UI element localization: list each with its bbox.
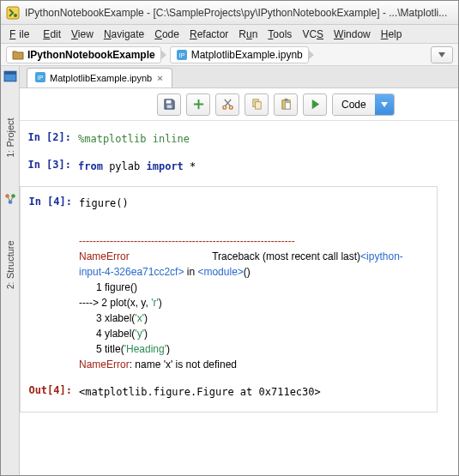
save-button[interactable] [157, 93, 181, 116]
svg-point-1 [14, 14, 17, 17]
breadcrumb-project[interactable]: IPythonNotebookExample [6, 46, 161, 63]
folder-icon [12, 49, 24, 61]
cell-type-selector[interactable]: Code [332, 93, 395, 116]
cell-prompt: In [2]: [20, 131, 78, 147]
cell-prompt: In [3]: [20, 159, 78, 174]
structure-tool-icon[interactable] [3, 192, 17, 206]
cut-button[interactable] [215, 93, 239, 116]
window-title: IPythonNotebookExample - [C:\SampleProje… [25, 7, 453, 19]
add-cell-button[interactable] [186, 93, 210, 116]
editor-tab-label: MatplotlibExample.ipynb [50, 73, 152, 83]
cell-code[interactable]: %matplotlib inline [78, 131, 448, 147]
editor-tab-row: IP MatplotlibExample.ipynb × [20, 66, 458, 88]
svg-rect-16 [255, 102, 261, 109]
svg-point-14 [229, 105, 233, 109]
menu-tools[interactable]: Tools [264, 27, 295, 42]
copy-icon [251, 98, 263, 111]
editor-tab[interactable]: IP MatplotlibExample.ipynb × [27, 68, 172, 87]
play-icon [309, 98, 322, 111]
menu-refactor[interactable]: Refactor [186, 27, 232, 42]
svg-point-13 [222, 105, 226, 109]
svg-rect-11 [166, 100, 171, 104]
notebook-body[interactable]: In [2]: %matplotlib inline In [3]: from … [20, 121, 458, 476]
plus-icon [192, 98, 205, 111]
cell-in-4: In [4]: figure() [21, 196, 437, 211]
cell-out-4: Out[4]: <matplotlib.figure.Figure at 0x7… [21, 384, 437, 400]
menu-run[interactable]: Run [235, 27, 261, 42]
sidebar-tab-label: Project [5, 117, 15, 147]
breadcrumb-file-label: MatplotlibExample.ipynb [191, 49, 303, 61]
traceback: ----------------------------------------… [79, 233, 437, 372]
close-tab-button[interactable]: × [155, 73, 164, 83]
cell-prompt-empty [21, 233, 79, 372]
paste-button[interactable] [274, 93, 298, 116]
cell-code[interactable]: from pylab import * [78, 159, 448, 174]
svg-text:IP: IP [178, 52, 184, 58]
menu-view[interactable]: View [68, 27, 97, 42]
tool-window-bar: 1: Project 2: Structure [1, 66, 20, 476]
run-button[interactable] [303, 93, 327, 116]
editor-area: IP MatplotlibExample.ipynb × [20, 66, 458, 476]
cell-in-2: In [2]: %matplotlib inline [20, 131, 448, 147]
window-titlebar: IPythonNotebookExample - [C:\SampleProje… [1, 1, 458, 25]
breadcrumb-dropdown[interactable] [431, 46, 453, 63]
cell-code[interactable]: figure() [79, 196, 437, 211]
project-tool-icon[interactable] [3, 69, 17, 83]
svg-rect-5 [4, 71, 16, 74]
chevron-down-icon [381, 102, 388, 107]
breadcrumb-project-label: IPythonNotebookExample [27, 49, 155, 61]
svg-rect-19 [285, 103, 290, 110]
sidebar-tab-num: 1: [5, 150, 15, 157]
cell-type-label: Code [333, 94, 375, 115]
notebook-toolbar: Code [20, 88, 458, 121]
cell-in-3: In [3]: from pylab import * [20, 159, 448, 174]
sidebar-tab-project[interactable]: 1: Project [5, 117, 15, 158]
ipynb-icon: IP [176, 49, 188, 61]
menu-window[interactable]: Window [330, 27, 374, 42]
menu-code[interactable]: Code [151, 27, 183, 42]
breadcrumb: IPythonNotebookExample IP MatplotlibExam… [1, 44, 458, 66]
cell-prompt: In [4]: [21, 196, 79, 211]
svg-rect-18 [284, 99, 287, 101]
menu-navigate[interactable]: Navigate [100, 27, 148, 42]
cell-group-4: In [4]: figure() -----------------------… [20, 186, 438, 413]
menu-vcs[interactable]: VCS [299, 27, 327, 42]
menubar: File Edit View Navigate Code Refactor Ru… [1, 25, 458, 44]
cell-prompt: Out[4]: [21, 384, 79, 400]
sidebar-tab-structure[interactable]: 2: Structure [5, 240, 15, 289]
scissors-icon [221, 98, 234, 111]
sidebar-tab-num: 2: [5, 281, 15, 288]
menu-file[interactable]: File [6, 27, 36, 42]
ipynb-icon: IP [34, 71, 46, 85]
cell-output: <matplotlib.figure.Figure at 0x711ec30> [79, 384, 437, 400]
svg-text:IP: IP [38, 75, 44, 81]
save-icon [163, 98, 176, 111]
workspace: 1: Project 2: Structure IP MatplotlibExa… [1, 66, 458, 476]
menu-help[interactable]: Help [377, 27, 406, 42]
chevron-down-icon [438, 52, 445, 57]
cell-type-arrow[interactable] [375, 94, 394, 115]
sidebar-tab-label: Structure [5, 240, 15, 279]
cell-error-4: ----------------------------------------… [21, 233, 437, 372]
copy-button[interactable] [245, 93, 269, 116]
breadcrumb-file[interactable]: IP MatplotlibExample.ipynb [170, 46, 309, 63]
menu-edit[interactable]: Edit [39, 27, 64, 42]
paste-icon [280, 98, 293, 111]
app-icon [6, 6, 20, 20]
svg-rect-12 [166, 105, 172, 108]
